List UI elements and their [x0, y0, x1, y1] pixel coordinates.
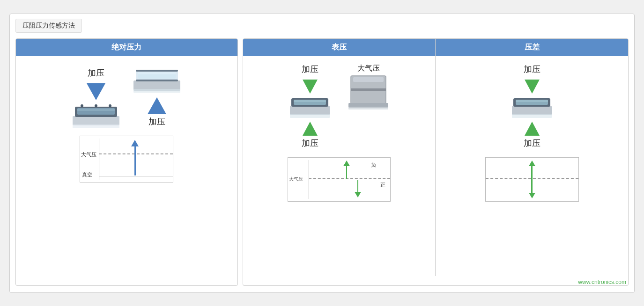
gauge-atm-chart-label: 大气压 [289, 176, 303, 182]
gauge-arrow-up-bottom [303, 122, 318, 136]
diff-header: 压差 [436, 39, 628, 56]
gauge-header: 表压 [243, 39, 436, 56]
svg-rect-25 [348, 107, 388, 109]
gauge-negative-arrow [355, 180, 361, 197]
svg-rect-19 [294, 100, 326, 102]
gauge-positive-arrow [343, 160, 350, 179]
svg-rect-16 [290, 114, 330, 118]
absolute-sensor-right: 加压 [131, 67, 183, 130]
gauge-up-arrowhead [343, 160, 350, 166]
gauge-y-axis [309, 160, 309, 199]
gauge-arrow-down [303, 80, 318, 94]
diff-arrow-up [525, 122, 540, 136]
panel-diff: 压差 加压 [436, 39, 628, 276]
panel-right-group: 表压 加压 [243, 38, 629, 286]
gauge-atm-sensor-svg [346, 73, 391, 111]
diff-down-arrowhead [529, 193, 535, 198]
main-container: 压阻压力传感方法 绝对压力 加压 [9, 14, 635, 293]
absolute-chart: 大气压 真空 [80, 136, 173, 182]
diff-sensor-svg [510, 95, 554, 120]
absolute-sensor-left: 加压 [70, 67, 122, 130]
diff-arrow-down [525, 80, 540, 94]
gauge-sensor-left: 加压 加压 [288, 64, 332, 152]
svg-rect-23 [351, 88, 386, 91]
absolute-pressurize-top: 加压 [88, 67, 104, 79]
svg-rect-27 [512, 114, 552, 118]
gauge-pressurize-bottom: 加压 [302, 138, 318, 149]
arrow-up-blue [148, 97, 166, 114]
gauge-up-stem [346, 166, 348, 179]
absolute-pressurize-bottom: 加压 [148, 116, 165, 127]
absolute-chart-arrow-container [131, 140, 139, 175]
diff-stem [531, 166, 533, 193]
svg-rect-7 [77, 109, 115, 111]
absolute-y-axis [99, 138, 99, 180]
svg-rect-26 [512, 106, 552, 115]
svg-rect-11 [133, 89, 180, 93]
absolute-header: 绝对压力 [16, 39, 237, 56]
diff-up-arrowhead [529, 160, 535, 166]
diff-sensor: 加压 加压 [510, 64, 554, 152]
gauge-sensor-right: 大气压 [346, 64, 391, 111]
gauge-down-arrowhead [355, 192, 361, 197]
absolute-sensors-row: 加压 [70, 67, 183, 130]
svg-rect-15 [290, 106, 330, 115]
diff-pressurize-bottom: 加压 [524, 138, 540, 149]
diff-bidir-arrow [529, 160, 535, 198]
gauge-atm-label: 大气压 [357, 64, 380, 73]
absolute-body: 加压 [16, 56, 237, 285]
svg-rect-12 [136, 70, 178, 72]
gauge-sensor-svg [288, 95, 332, 120]
svg-point-4 [81, 104, 83, 107]
absolute-chart-arrow-up [131, 140, 139, 146]
gauge-chart: 大气压 负 [288, 157, 391, 202]
svg-rect-1 [73, 124, 119, 128]
gauge-pos-label: 正 [380, 182, 385, 189]
panels-row: 绝对压力 加压 [15, 38, 629, 286]
gauge-top-section: 加压 加压 [288, 64, 391, 152]
page-title: 压阻压力传感方法 [15, 19, 82, 33]
svg-rect-0 [73, 116, 119, 125]
sensor-svg-right [131, 67, 183, 95]
panel-gauge: 表压 加压 [243, 39, 436, 276]
svg-rect-30 [516, 100, 548, 102]
svg-point-6 [109, 104, 111, 107]
svg-point-5 [95, 104, 97, 107]
absolute-vacuum-label: 真空 [82, 171, 92, 178]
absolute-atm-label: 大气压 [81, 151, 96, 158]
diff-pressurize-top: 加压 [524, 64, 540, 75]
panel-right-top: 表压 加压 [243, 39, 628, 276]
absolute-chart-arrow-stem [134, 146, 136, 175]
gauge-neg-label: 负 [371, 161, 376, 168]
gauge-pressurize-top: 加压 [302, 64, 318, 75]
panel-absolute: 绝对压力 加压 [15, 38, 238, 286]
sensor-svg-left [70, 102, 122, 130]
svg-rect-13 [136, 80, 178, 81]
watermark: www.cntronics.com [243, 279, 628, 285]
arrow-down-blue-left [87, 83, 105, 100]
diff-sensor-section: 加压 加压 [510, 64, 554, 152]
gauge-body: 加压 加压 [243, 56, 436, 206]
diff-body: 加压 加压 [436, 56, 628, 206]
svg-rect-22 [353, 77, 384, 82]
svg-rect-14 [138, 72, 176, 74]
absolute-vacuum-line [99, 176, 173, 176]
diff-chart [485, 157, 579, 202]
gauge-down-stem [357, 180, 359, 192]
